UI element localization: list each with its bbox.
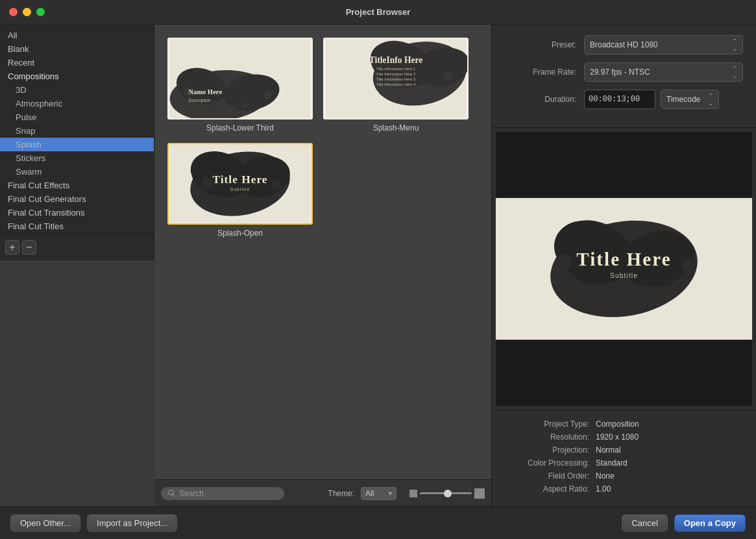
sidebar-item-fctitles[interactable]: Final Cut Titles bbox=[0, 219, 154, 233]
svg-point-28 bbox=[202, 177, 213, 188]
aspect-ratio-value: 1.00 bbox=[596, 484, 611, 494]
import-as-project-button[interactable]: Import as Project... bbox=[87, 514, 177, 532]
sidebar-item-stickers[interactable]: Stickers bbox=[0, 151, 154, 165]
sidebar-item-snap[interactable]: Snap bbox=[0, 124, 154, 138]
theme-label: Theme: bbox=[328, 489, 354, 498]
frame-rate-dropdown[interactable]: 29.97 fps - NTSC ⌃⌄ bbox=[584, 62, 743, 82]
projection-row: Projection: Normal bbox=[505, 445, 743, 455]
sidebar-item-pulse[interactable]: Pulse bbox=[0, 110, 154, 124]
thumbnail-splash-menu[interactable]: TitleInfo Here Title Information Here 1 … bbox=[323, 38, 469, 132]
preset-row: Preset: Broadcast HD 1080 ⌃⌄ bbox=[505, 35, 743, 55]
sidebar-item-recent[interactable]: Recent bbox=[0, 56, 154, 69]
sidebar-item-fcg[interactable]: Final Cut Generators bbox=[0, 192, 154, 206]
svg-text:TitleInfo Here: TitleInfo Here bbox=[369, 55, 423, 65]
add-item-button[interactable]: + bbox=[5, 240, 19, 255]
timecode-arrow: ⌃⌄ bbox=[708, 92, 713, 107]
theme-select[interactable]: All Dark Light bbox=[361, 487, 396, 500]
open-other-button[interactable]: Open Other... bbox=[10, 514, 80, 532]
svg-point-49 bbox=[681, 258, 695, 272]
sidebar-item-3d[interactable]: 3D bbox=[0, 83, 154, 97]
size-control bbox=[409, 488, 485, 499]
svg-text:Name Here: Name Here bbox=[189, 88, 223, 95]
thumbnail-image-splash-lower-third: Name Here Description bbox=[167, 38, 313, 119]
svg-text:Title Here: Title Here bbox=[213, 173, 268, 186]
thumbnail-image-splash-open: Title Here Subtitle bbox=[167, 143, 313, 225]
resolution-label: Resolution: bbox=[505, 432, 589, 442]
field-order-label: Field Order: bbox=[505, 471, 589, 481]
svg-point-48 bbox=[555, 254, 571, 270]
svg-point-16 bbox=[444, 72, 453, 81]
duration-input[interactable] bbox=[584, 90, 655, 109]
sidebar-item-compositions[interactable]: Compositions bbox=[0, 69, 154, 83]
svg-point-6 bbox=[210, 101, 217, 112]
resolution-row: Resolution: 1920 x 1080 bbox=[505, 432, 743, 442]
sidebar-item-blank[interactable]: Blank bbox=[0, 42, 154, 56]
thumbnail-splash-open[interactable]: Title Here Subtitle Splash-Open bbox=[167, 143, 313, 238]
title-bar: Project Browser bbox=[0, 0, 756, 25]
svg-point-8 bbox=[243, 102, 247, 110]
window-controls bbox=[9, 8, 45, 16]
svg-text:Title Here: Title Here bbox=[576, 249, 672, 270]
sidebar: AllBlankRecentCompositions3DAtmosphericP… bbox=[0, 25, 154, 233]
sidebar-item-atmospheric[interactable]: Atmospheric bbox=[0, 97, 154, 110]
main-content: AllBlankRecentCompositions3DAtmosphericP… bbox=[0, 25, 756, 507]
preset-arrow: ⌃⌄ bbox=[732, 38, 737, 52]
info-panel: Project Type: Composition Resolution: 19… bbox=[492, 410, 756, 507]
field-order-value: None bbox=[596, 471, 615, 481]
thumbnail-splash-lower-third[interactable]: Name Here Description Splash-Lower Third bbox=[167, 38, 313, 132]
window-title: Project Browser bbox=[346, 7, 411, 17]
maximize-button[interactable] bbox=[36, 8, 45, 16]
preview-image: Title Here Subtitle bbox=[496, 132, 752, 406]
svg-text:Title Information Here 2: Title Information Here 2 bbox=[376, 72, 415, 76]
svg-point-31 bbox=[249, 197, 254, 207]
svg-point-29 bbox=[271, 180, 281, 190]
svg-text:Title Information Here 4: Title Information Here 4 bbox=[376, 82, 416, 86]
sidebar-item-fce[interactable]: Final Cut Effects bbox=[0, 179, 154, 192]
thumbnail-size-slider[interactable] bbox=[420, 492, 472, 494]
frame-rate-label: Frame Rate: bbox=[505, 68, 576, 77]
sidebar-item-swarm[interactable]: Swarm bbox=[0, 165, 154, 179]
svg-point-30 bbox=[226, 198, 233, 209]
remove-item-button[interactable]: − bbox=[22, 240, 36, 255]
aspect-ratio-row: Aspect Ratio: 1.00 bbox=[505, 484, 743, 494]
frame-rate-row: Frame Rate: 29.97 fps - NTSC ⌃⌄ bbox=[505, 62, 743, 82]
timecode-dropdown[interactable]: Timecode ⌃⌄ bbox=[661, 90, 719, 109]
bottom-right-buttons: Cancel Open a Copy bbox=[622, 514, 746, 532]
sidebar-item-fct[interactable]: Final Cut Transitions bbox=[0, 206, 154, 219]
svg-text:Title Information Here 1: Title Information Here 1 bbox=[376, 67, 415, 71]
bottom-bar: Open Other... Import as Project... Cance… bbox=[0, 507, 756, 539]
right-panel: Preset: Broadcast HD 1080 ⌃⌄ Frame Rate:… bbox=[491, 25, 756, 507]
duration-label: Duration: bbox=[505, 95, 576, 104]
minimize-button[interactable] bbox=[23, 8, 31, 16]
projection-label: Projection: bbox=[505, 445, 589, 455]
thumbnail-label-splash-lower-third: Splash-Lower Third bbox=[206, 123, 274, 132]
project-type-label: Project Type: bbox=[505, 420, 589, 429]
svg-text:Subtitle: Subtitle bbox=[230, 187, 250, 192]
project-type-value: Composition bbox=[596, 420, 639, 429]
aspect-ratio-label: Aspect Ratio: bbox=[505, 484, 589, 494]
sidebar-item-all[interactable]: All bbox=[0, 29, 154, 42]
search-input[interactable] bbox=[179, 489, 263, 498]
color-processing-row: Color Processing: Standard bbox=[505, 458, 743, 468]
svg-line-37 bbox=[173, 494, 175, 496]
svg-point-7 bbox=[230, 105, 236, 114]
open-copy-button[interactable]: Open a Copy bbox=[674, 514, 746, 532]
color-processing-value: Standard bbox=[596, 458, 628, 468]
project-type-row: Project Type: Composition bbox=[505, 420, 743, 429]
svg-point-5 bbox=[263, 92, 271, 99]
small-thumb-icon bbox=[409, 490, 417, 497]
color-processing-label: Color Processing: bbox=[505, 458, 589, 468]
svg-text:Title Information Here 3: Title Information Here 3 bbox=[376, 77, 415, 81]
close-button[interactable] bbox=[9, 8, 18, 16]
sidebar-item-splash[interactable]: Splash bbox=[0, 138, 154, 151]
cancel-button[interactable]: Cancel bbox=[622, 514, 667, 532]
svg-point-45 bbox=[635, 294, 640, 305]
svg-point-51 bbox=[642, 303, 647, 308]
duration-controls: Timecode ⌃⌄ bbox=[584, 90, 743, 109]
large-thumb-icon bbox=[474, 488, 485, 499]
duration-row: Duration: Timecode ⌃⌄ bbox=[505, 90, 743, 109]
search-box bbox=[161, 487, 284, 500]
center-panel: Name Here Description Splash-Lower Third… bbox=[154, 25, 491, 507]
svg-point-18 bbox=[426, 84, 432, 93]
preset-dropdown[interactable]: Broadcast HD 1080 ⌃⌄ bbox=[584, 35, 743, 55]
